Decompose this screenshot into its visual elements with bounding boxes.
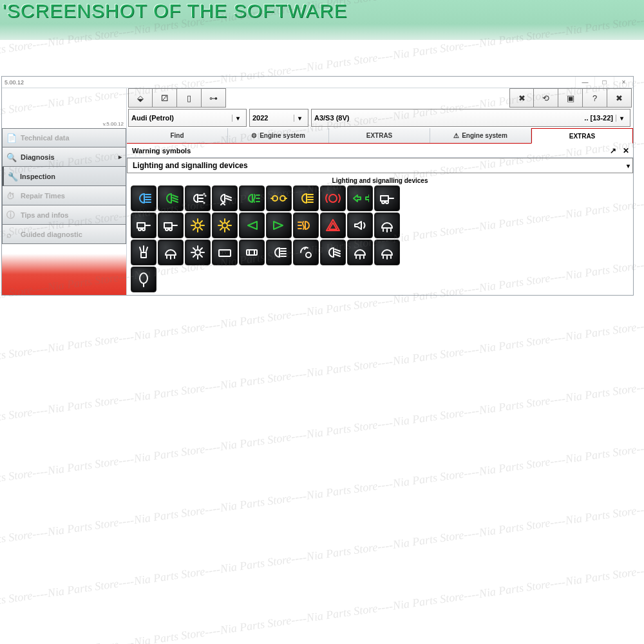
sidebar-item-guided-diagnostic: ⌕Guided diagnostic bbox=[2, 225, 126, 244]
svg-line-44 bbox=[193, 221, 195, 223]
help-button[interactable]: ? bbox=[583, 88, 607, 108]
main-toolbar: ⬙ ⚂ ▯ ⊶ ✖ ⟲ ▣ ? ✖ bbox=[127, 88, 633, 108]
svg-line-47 bbox=[200, 221, 202, 223]
side-lights-icon[interactable] bbox=[266, 185, 292, 211]
bulb-fail-icon[interactable] bbox=[212, 213, 238, 238]
panel-header: Warning symbols ↗ ✕ bbox=[127, 144, 633, 158]
chevron-down-icon: ▾ bbox=[294, 115, 305, 122]
tab-label: Find bbox=[170, 132, 184, 139]
product-banner: 'SCREENSHOT OF THE SOFTWARE bbox=[0, 0, 644, 40]
sidebar-spacer bbox=[2, 244, 126, 254]
engine-icon[interactable]: ⚂ bbox=[153, 88, 177, 108]
chevron-down-icon: ▾ bbox=[616, 115, 627, 122]
svg-line-6 bbox=[173, 200, 178, 202]
front-fog-icon[interactable] bbox=[239, 185, 265, 211]
drl-icon[interactable] bbox=[266, 240, 292, 265]
sidebar-label: Guided diagnostic bbox=[21, 231, 82, 238]
model-dropdown[interactable]: A3/S3 (8V) .. [13-22] ▾ bbox=[311, 109, 630, 127]
main-tab-bar: Find⚙Engine systemEXTRAS⚠Engine systemEX… bbox=[127, 128, 633, 144]
refresh-button[interactable]: ⟲ bbox=[534, 88, 558, 108]
model-range: .. [13-22] bbox=[584, 114, 613, 122]
year-dropdown[interactable]: 2022 ▾ bbox=[249, 109, 308, 127]
brake-light-fail-icon[interactable] bbox=[320, 185, 346, 211]
tab-engine-system[interactable]: ⚠Engine system bbox=[430, 128, 531, 143]
window-title-bar: 5.00.12 — □ × bbox=[2, 77, 633, 88]
sidebar-item-repair-times: ⏱Repair Times bbox=[2, 186, 126, 205]
tab-engine-system[interactable]: ⚙Engine system bbox=[228, 128, 329, 143]
window-close-button[interactable]: × bbox=[614, 77, 633, 88]
category-label: Lighting and signalling devices bbox=[133, 161, 248, 170]
svg-point-28 bbox=[382, 201, 384, 204]
tab-label: Engine system bbox=[462, 132, 507, 139]
svg-point-12 bbox=[204, 203, 205, 204]
chevron-down-icon: ▾ bbox=[232, 115, 243, 122]
courtesy-light-icon[interactable] bbox=[158, 240, 184, 265]
follow-home-icon[interactable] bbox=[320, 240, 346, 265]
trailer-turn-icon[interactable] bbox=[131, 213, 156, 238]
left-indicator-icon[interactable] bbox=[239, 213, 265, 238]
svg-point-88 bbox=[306, 252, 311, 258]
svg-line-63 bbox=[140, 247, 141, 251]
package-button[interactable]: ▣ bbox=[558, 88, 583, 108]
tab-find[interactable]: Find bbox=[127, 128, 228, 143]
dome-light-icon[interactable] bbox=[374, 213, 400, 238]
window-minimize-button[interactable]: — bbox=[575, 77, 594, 88]
rear-fog-icon[interactable] bbox=[293, 213, 319, 238]
reading-light-icon[interactable] bbox=[185, 240, 211, 265]
svg-rect-66 bbox=[141, 252, 146, 258]
tab-extras[interactable]: EXTRAS bbox=[329, 128, 430, 143]
cornering-light-icon[interactable] bbox=[293, 240, 319, 265]
taxi-sign-icon[interactable]: TAXI bbox=[212, 240, 238, 265]
sidebar-item-tips-and-infos: ⓘTips and infos bbox=[2, 205, 126, 225]
svg-line-75 bbox=[193, 248, 195, 250]
tab-icon: ⚙ bbox=[251, 132, 257, 139]
svg-line-91 bbox=[335, 254, 340, 256]
ambient-light-icon[interactable] bbox=[347, 240, 373, 265]
puddle-light-icon[interactable] bbox=[374, 240, 400, 265]
panel-expand-button[interactable]: ↗ bbox=[610, 146, 616, 155]
work-light-icon[interactable] bbox=[158, 213, 184, 238]
roof-light-icon[interactable] bbox=[239, 240, 265, 265]
park-light-icon[interactable] bbox=[185, 213, 211, 238]
headlamp-wash-icon[interactable] bbox=[185, 185, 211, 211]
category-dropdown[interactable]: Lighting and signalling devices ▾ bbox=[127, 158, 633, 173]
low-beam-icon[interactable] bbox=[158, 185, 184, 211]
horn-icon[interactable] bbox=[347, 213, 373, 238]
close-app-button[interactable]: ✖ bbox=[607, 88, 632, 108]
main-content: Find⚙Engine systemEXTRAS⚠Engine systemEX… bbox=[127, 128, 633, 295]
sidebar-icon: 🔍 bbox=[6, 152, 17, 162]
section-title: Lighting and signalling devices bbox=[131, 176, 629, 185]
sidebar-label: Diagnosis bbox=[21, 153, 55, 161]
panel-title: Warning symbols bbox=[132, 147, 191, 155]
hazard-icon[interactable] bbox=[320, 213, 346, 238]
svg-line-55 bbox=[220, 228, 222, 230]
right-indicator-icon[interactable] bbox=[266, 213, 292, 238]
svg-point-10 bbox=[204, 194, 205, 194]
turn-signal-icon[interactable] bbox=[347, 185, 373, 211]
trailer-light-icon[interactable] bbox=[374, 185, 400, 211]
connector-icon[interactable]: ⊶ bbox=[202, 88, 226, 108]
tab-extras[interactable]: EXTRAS bbox=[531, 128, 633, 144]
make-value: Audi (Petrol) bbox=[131, 114, 174, 122]
mirror-light-icon[interactable] bbox=[131, 267, 156, 292]
headlamp-level-icon[interactable] bbox=[212, 185, 238, 211]
sidebar-item-inspection[interactable]: 🔧Inspection bbox=[2, 167, 126, 186]
sidebar-brand-gradient bbox=[2, 254, 126, 295]
high-beam-icon[interactable] bbox=[131, 185, 156, 211]
cancel-button[interactable]: ✖ bbox=[509, 88, 534, 108]
sidebar-item-diagnosis[interactable]: 🔍Diagnosis▸ bbox=[2, 147, 126, 167]
panel-close-button[interactable]: ✕ bbox=[623, 146, 629, 155]
svg-line-76 bbox=[200, 255, 202, 257]
auto-headlamp-icon[interactable] bbox=[293, 185, 319, 211]
sidebar-icon: ⓘ bbox=[6, 209, 15, 221]
window-maximize-button[interactable]: □ bbox=[594, 77, 614, 88]
left-sidebar: 📄Technical data🔍Diagnosis▸🔧Inspection⏱Re… bbox=[2, 128, 127, 295]
battery-icon[interactable]: ▯ bbox=[177, 88, 202, 108]
svg-rect-35 bbox=[164, 223, 172, 228]
vehicle-3d-icon[interactable]: ⬙ bbox=[128, 88, 153, 108]
make-dropdown[interactable]: Audi (Petrol) ▾ bbox=[128, 109, 247, 127]
svg-line-46 bbox=[193, 228, 195, 230]
tab-label: EXTRAS bbox=[366, 132, 393, 139]
interior-light-icon[interactable] bbox=[131, 240, 156, 265]
svg-point-26 bbox=[329, 194, 337, 202]
